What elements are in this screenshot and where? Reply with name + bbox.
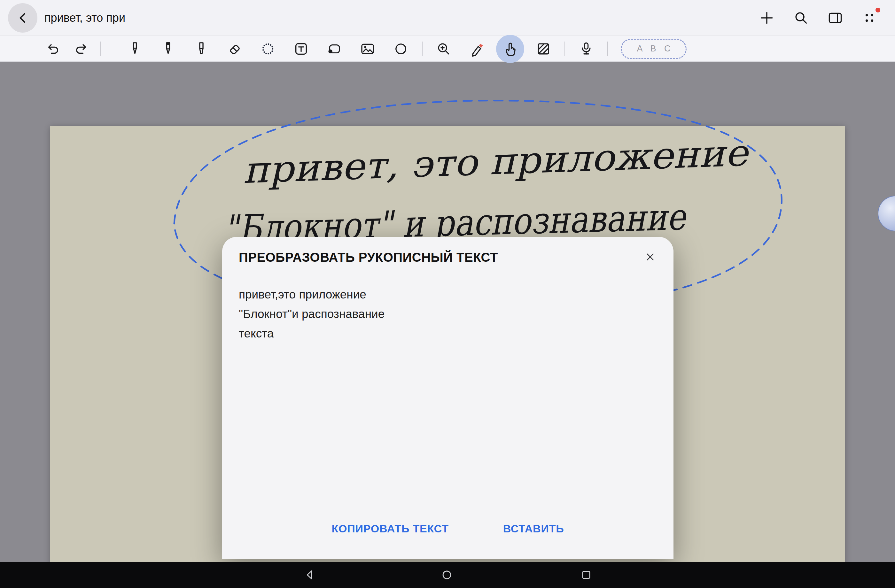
panel-layout-icon [827,9,844,27]
nav-home-icon [440,568,454,582]
more-grid-icon [861,9,878,27]
layout-view-button[interactable] [824,6,847,29]
toolbar-divider [607,41,608,56]
highlighter-tool-button[interactable] [185,36,218,62]
undo-button[interactable] [38,36,67,62]
favorite-pen-button[interactable] [460,36,493,62]
lasso-dotted-circle-icon [259,40,276,58]
close-icon [644,250,657,263]
highlighter-icon [193,40,210,58]
lasso-select-button[interactable] [251,36,284,62]
image-icon [359,40,376,58]
nav-back-icon [303,568,317,582]
toolbar-divider [564,41,565,56]
nav-recents-button[interactable] [576,565,596,585]
background-pattern-button[interactable] [527,36,560,62]
more-options-button[interactable] [858,6,881,29]
pencil-tool-button[interactable] [152,36,185,62]
pen-icon [126,40,144,58]
shape-icon [326,40,343,58]
eraser-icon [226,40,243,58]
note-title: привет, это при [44,11,125,24]
header-actions [755,6,895,29]
finger-drawing-active-highlight [496,35,524,63]
sticker-tool-button[interactable] [384,36,417,62]
text-tool-button[interactable] [284,36,318,62]
toolbar-divider [422,41,423,56]
marker-pen-icon [468,40,485,58]
android-nav-bar [0,562,895,588]
text-recognition-abc-button[interactable]: A B C [621,39,687,59]
toolbar-divider [100,41,101,56]
redo-button[interactable] [67,36,96,62]
dialog-close-button[interactable] [640,247,660,267]
finger-drawing-toggle[interactable] [493,36,527,62]
notification-dot [875,8,880,12]
add-page-button[interactable] [755,6,778,29]
paste-button[interactable]: ВСТАВИТЬ [500,518,567,540]
sticker-icon [392,40,410,58]
pen-tool-button[interactable] [118,36,152,62]
recognized-text-line: текста [239,324,385,343]
nav-back-button[interactable] [300,565,320,585]
screen: привет, это при [0,0,895,588]
redo-icon [73,40,90,58]
eraser-tool-button[interactable] [218,36,251,62]
undo-icon [44,40,61,58]
dialog-footer: КОПИРОВАТЬ ТЕКСТ ВСТАВИТЬ [222,518,674,540]
hatch-pattern-icon [535,40,552,58]
pencil-icon [159,40,177,58]
recognized-text: привет,это приложение "Блокнот"и распозн… [239,285,385,343]
insert-image-button[interactable] [351,36,384,62]
search-button[interactable] [790,6,813,29]
copy-text-button[interactable]: КОПИРОВАТЬ ТЕКСТ [329,518,452,540]
back-button[interactable] [8,3,37,33]
text-box-icon [293,40,310,58]
edit-toolbar: A B C [0,36,895,62]
magnifier-plus-icon [435,40,452,58]
finger-touch-icon [502,40,519,58]
zoom-tool-button[interactable] [427,36,460,62]
plus-icon [758,9,775,27]
nav-home-button[interactable] [437,565,457,585]
shape-tool-button[interactable] [318,36,351,62]
voice-record-button[interactable] [570,36,603,62]
nav-recents-icon [579,568,593,582]
recognized-text-line: привет,это приложение [239,285,385,304]
chevron-left-icon [14,10,31,26]
recognized-text-line: "Блокнот"и распознавание [239,304,385,324]
microphone-icon [578,40,595,58]
search-icon [792,9,810,27]
dialog-title: ПРЕОБРАЗОВАТЬ РУКОПИСНЫЙ ТЕКСТ [239,250,498,265]
app-header: привет, это при [0,0,895,36]
convert-text-dialog: ПРЕОБРАЗОВАТЬ РУКОПИСНЫЙ ТЕКСТ привет,эт… [222,237,674,559]
